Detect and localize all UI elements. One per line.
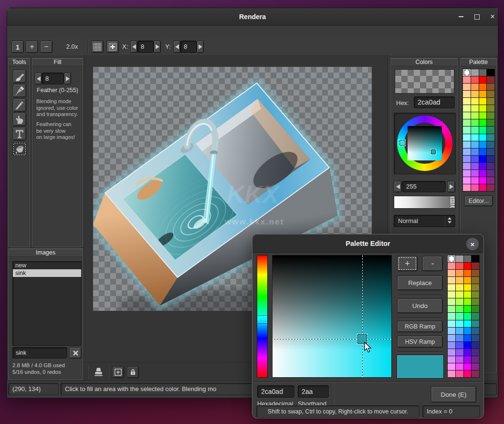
palette-swatch[interactable] bbox=[463, 148, 471, 155]
palette-swatch[interactable] bbox=[479, 98, 487, 105]
palette-swatch[interactable] bbox=[463, 141, 471, 148]
tool-color-picker[interactable] bbox=[13, 84, 26, 97]
palette-swatch[interactable] bbox=[471, 127, 479, 133]
palette-swatch[interactable] bbox=[487, 84, 494, 90]
palette-swatch[interactable] bbox=[479, 184, 487, 191]
hue-marker[interactable] bbox=[399, 139, 406, 146]
palette-swatch[interactable] bbox=[463, 98, 471, 105]
palette-swatch[interactable] bbox=[479, 177, 487, 184]
palette-swatch[interactable] bbox=[472, 255, 479, 262]
palette-swatch[interactable] bbox=[487, 69, 494, 76]
trans-decrement[interactable] bbox=[394, 181, 402, 192]
palette-swatch[interactable] bbox=[456, 291, 463, 298]
dialog-title-bar[interactable]: Palette Editor × bbox=[252, 234, 483, 253]
palette-swatch[interactable] bbox=[487, 170, 494, 177]
palette-swatch[interactable] bbox=[456, 349, 463, 356]
palette-swatch[interactable] bbox=[456, 356, 463, 363]
palette-swatch[interactable] bbox=[448, 263, 455, 269]
grid-snap-button[interactable] bbox=[106, 41, 119, 53]
hsv-ramp-button[interactable]: HSV Ramp bbox=[397, 336, 443, 348]
palette-swatch[interactable] bbox=[464, 342, 472, 349]
palette-swatch[interactable] bbox=[463, 156, 471, 162]
palette-swatch[interactable] bbox=[487, 148, 494, 155]
palette-undo-button[interactable]: Undo bbox=[397, 298, 443, 313]
palette-swatch[interactable] bbox=[448, 270, 455, 276]
grid-x-decrement[interactable] bbox=[130, 41, 137, 53]
palette-swatch[interactable] bbox=[487, 91, 494, 97]
palette-swatch[interactable] bbox=[456, 298, 463, 305]
palette-swatch[interactable] bbox=[463, 69, 471, 76]
palette-swatch[interactable] bbox=[448, 313, 455, 319]
palette-swatch[interactable] bbox=[463, 119, 471, 126]
feather-increment[interactable] bbox=[64, 73, 71, 85]
palette-swatch[interactable] bbox=[463, 134, 471, 141]
palette-swatch[interactable] bbox=[456, 263, 463, 269]
palette-swatch[interactable] bbox=[463, 127, 471, 133]
palette-swatch[interactable] bbox=[463, 184, 471, 191]
palette-swatch[interactable] bbox=[448, 349, 455, 356]
palette-swatch[interactable] bbox=[479, 69, 487, 76]
palette-swatch[interactable] bbox=[479, 91, 487, 97]
palette-swatch[interactable] bbox=[487, 112, 494, 119]
palette-swatch[interactable] bbox=[456, 255, 463, 262]
palette-swatch[interactable] bbox=[464, 349, 472, 356]
palette-swatch[interactable] bbox=[487, 98, 494, 105]
palette-swatch[interactable] bbox=[479, 112, 487, 119]
grid-toggle-button[interactable] bbox=[91, 41, 104, 53]
palette-swatch[interactable] bbox=[463, 76, 471, 83]
palette-swatch[interactable] bbox=[471, 84, 479, 90]
palette-swatch[interactable] bbox=[472, 263, 479, 269]
palette-swatch[interactable] bbox=[487, 127, 494, 133]
palette-swatch[interactable] bbox=[472, 349, 479, 356]
palette-swatch[interactable] bbox=[472, 306, 479, 312]
palette-swatch[interactable] bbox=[471, 163, 479, 170]
palette-swatch[interactable] bbox=[479, 84, 487, 90]
palette-swatch[interactable] bbox=[471, 134, 479, 141]
shade-marker[interactable] bbox=[451, 197, 454, 208]
palette-swatch[interactable] bbox=[471, 105, 479, 112]
palette-swatch[interactable] bbox=[448, 328, 455, 334]
shade-bar[interactable] bbox=[394, 196, 455, 209]
close-image-button[interactable] bbox=[69, 347, 82, 359]
palette-swatch[interactable] bbox=[456, 363, 463, 370]
palette-swatch[interactable] bbox=[448, 291, 455, 298]
zoom-fit-button[interactable] bbox=[112, 366, 124, 378]
grid-x-value[interactable]: 8 bbox=[137, 41, 154, 53]
palette-swatch[interactable] bbox=[464, 371, 472, 377]
palette-swatch[interactable] bbox=[456, 306, 463, 312]
palette-swatch[interactable] bbox=[487, 184, 494, 191]
dialog-palette-grid[interactable] bbox=[447, 255, 480, 378]
palette-swatch[interactable] bbox=[448, 363, 455, 370]
dialog-close-button[interactable]: × bbox=[466, 238, 479, 250]
palette-swatch[interactable] bbox=[471, 184, 479, 191]
title-bar[interactable]: Rendera × bbox=[7, 8, 498, 26]
palette-swatch[interactable] bbox=[487, 163, 494, 170]
dialog-hue-bar[interactable] bbox=[257, 255, 268, 378]
trans-value[interactable]: 255 bbox=[402, 181, 446, 192]
tool-offset-hand[interactable] bbox=[13, 113, 26, 126]
palette-swatch[interactable] bbox=[479, 156, 487, 162]
zoom-one-button[interactable]: 1 bbox=[11, 41, 24, 53]
color-wheel-box[interactable] bbox=[394, 113, 456, 174]
dialog-sv-square[interactable] bbox=[272, 255, 392, 378]
palette-swatch[interactable] bbox=[471, 148, 479, 155]
palette-swatch[interactable] bbox=[479, 119, 487, 126]
palette-swatch[interactable] bbox=[471, 170, 479, 177]
palette-swatch[interactable] bbox=[471, 76, 479, 83]
hex-input[interactable]: 2ca0ad bbox=[414, 96, 455, 108]
palette-swatch[interactable] bbox=[464, 356, 472, 363]
palette-swatch[interactable] bbox=[472, 363, 479, 370]
palette-swatch[interactable] bbox=[464, 263, 472, 269]
palette-swatch[interactable] bbox=[463, 84, 471, 90]
palette-swatch[interactable] bbox=[479, 170, 487, 177]
palette-swatch[interactable] bbox=[448, 335, 455, 341]
tool-paint-brush[interactable] bbox=[13, 70, 26, 83]
grid-y-value[interactable]: 8 bbox=[180, 41, 197, 53]
lock-button[interactable] bbox=[127, 366, 139, 378]
images-list-item-new[interactable]: new bbox=[13, 262, 81, 269]
dialog-hue-marker[interactable] bbox=[257, 316, 267, 323]
palette-swatch[interactable] bbox=[471, 112, 479, 119]
dialog-shorthand-input[interactable]: 2aa bbox=[298, 385, 329, 398]
done-button[interactable]: Done (E) bbox=[431, 386, 476, 403]
palette-editor-button[interactable]: Editor... bbox=[464, 196, 493, 206]
